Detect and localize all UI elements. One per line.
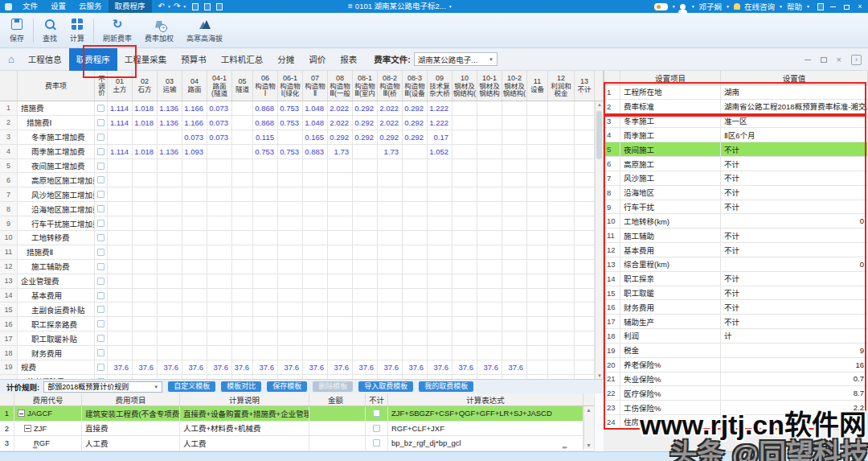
expense-table-row[interactable]: 3RGF人工费人工费bp_bz_rgf_dj*bp_gcl	[0, 436, 604, 451]
fee-value-cell[interactable]	[278, 159, 303, 173]
fee-value-cell[interactable]	[108, 303, 133, 316]
fee-value-cell[interactable]	[207, 145, 232, 158]
fee-value-cell[interactable]	[133, 173, 158, 187]
fee-column-header-12[interactable]: 12利润和 税金	[548, 71, 575, 101]
fee-value-cell[interactable]	[575, 145, 595, 158]
fee-table-row[interactable]: 9行车干扰施工增加费	[0, 216, 603, 231]
fee-column-header-03[interactable]: 03运输	[158, 71, 182, 101]
fee-value-cell[interactable]: 2.022	[378, 101, 403, 115]
fee-value-cell[interactable]	[328, 231, 353, 245]
mountain-button[interactable]: 高寒高海拔	[180, 16, 229, 45]
fee-value-cell[interactable]	[253, 331, 278, 345]
fee-value-cell[interactable]: 37.6	[452, 360, 477, 374]
fee-value-cell[interactable]	[502, 303, 527, 316]
fee-column-header-06-1[interactable]: 06-1构造物 Ⅰ(绿化	[278, 71, 303, 101]
online-service-dropdown-icon[interactable]: ▼	[779, 4, 783, 9]
fee-value-cell[interactable]	[477, 317, 502, 331]
fee-row-name[interactable]: 工地转移费	[18, 231, 95, 245]
setting-row[interactable]: 7风沙施工不计	[604, 171, 868, 186]
setting-value[interactable]: 不计	[721, 157, 868, 171]
fee-column-header-01[interactable]: 01土方	[108, 71, 133, 101]
fee-value-cell[interactable]	[278, 231, 303, 245]
fee-value-cell[interactable]	[108, 331, 133, 345]
setting-row[interactable]: 6高原施工不计	[604, 157, 868, 171]
setting-row[interactable]: 14职工探亲不计	[604, 272, 868, 286]
collapse-icon[interactable]	[24, 425, 31, 432]
adjust-checkbox[interactable]	[97, 263, 104, 270]
tab-3[interactable]: 预算书	[174, 48, 214, 71]
fee-value-cell[interactable]: 0.073	[182, 130, 207, 144]
fee-value-cell[interactable]	[158, 130, 182, 144]
fee-value-cell[interactable]	[133, 159, 158, 173]
fee-value-cell[interactable]	[278, 187, 303, 201]
fee-value-cell[interactable]: 1.114	[108, 101, 133, 115]
rate-file-select[interactable]: 湖南某公路电子... ▼	[414, 52, 497, 66]
fee-value-cell[interactable]	[253, 346, 278, 360]
undo-icon[interactable]: ↶	[158, 0, 165, 13]
adjust-checkbox[interactable]	[97, 191, 104, 198]
fee-value-cell[interactable]: 2.022	[378, 116, 403, 130]
fee-value-cell[interactable]	[158, 231, 182, 245]
fee-value-cell[interactable]	[253, 303, 278, 316]
user-icon[interactable]	[680, 4, 686, 10]
fee-value-cell[interactable]	[575, 187, 595, 201]
fee-value-cell[interactable]	[452, 289, 477, 303]
fee-value-cell[interactable]	[232, 303, 253, 316]
fee-value-cell[interactable]	[378, 159, 403, 173]
setting-row[interactable]: 24住房公积金%10	[604, 415, 868, 430]
fee-value-cell[interactable]	[328, 303, 353, 316]
fee-value-cell[interactable]	[502, 130, 527, 144]
fee-value-cell[interactable]: 1.166	[182, 116, 207, 130]
fee-value-cell[interactable]	[502, 145, 527, 158]
fee-value-cell[interactable]	[452, 331, 477, 345]
menu-item-2[interactable]: 云服务	[72, 0, 108, 13]
fee-value-cell[interactable]	[207, 173, 232, 187]
fee-value-cell[interactable]	[527, 274, 548, 288]
fee-value-cell[interactable]	[477, 101, 502, 115]
expense-calc-cell[interactable]: 人工费	[180, 436, 309, 451]
fee-value-cell[interactable]	[502, 173, 527, 187]
nocalc-checkbox[interactable]	[373, 425, 380, 432]
fee-table-row[interactable]: 15主副食运费补贴	[0, 303, 603, 317]
fee-value-cell[interactable]: 1.048	[303, 116, 328, 130]
fee-value-cell[interactable]	[108, 173, 133, 187]
fee-value-cell[interactable]	[502, 231, 527, 245]
fee-value-cell[interactable]	[575, 101, 595, 115]
fee-value-cell[interactable]	[182, 187, 207, 201]
fee-value-cell[interactable]	[378, 216, 403, 230]
fee-table-row[interactable]: 7风沙地区施工增加费	[0, 187, 603, 202]
fee-value-cell[interactable]: 0.073	[207, 130, 232, 144]
fee-value-cell[interactable]	[548, 130, 575, 144]
fee-value-cell[interactable]	[108, 231, 133, 245]
fee-value-cell[interactable]	[207, 245, 232, 259]
fee-value-cell[interactable]	[575, 289, 595, 303]
fee-row-name[interactable]: 沿海地区施工增加费	[18, 202, 95, 216]
setting-value[interactable]: 计	[721, 329, 868, 343]
fee-value-cell[interactable]	[548, 216, 575, 230]
fee-value-cell[interactable]	[548, 173, 575, 187]
scroll-up-icon[interactable]: ▲	[596, 102, 604, 107]
fee-value-cell[interactable]	[328, 331, 353, 345]
document-icon[interactable]	[204, 3, 211, 10]
fee-value-cell[interactable]: 0.753	[278, 145, 303, 158]
fee-value-cell[interactable]	[253, 159, 278, 173]
tab-2[interactable]: 工程量采集	[117, 48, 174, 71]
setting-value[interactable]: Ⅱ区6个月	[721, 128, 868, 142]
fee-column-header-08-1[interactable]: 08-1构造物 Ⅲ(室内	[353, 71, 378, 101]
fee-value-cell[interactable]	[403, 274, 428, 288]
minimize-button[interactable]	[828, 0, 837, 13]
fee-value-cell[interactable]: 0.753	[253, 145, 278, 158]
fee-value-cell[interactable]	[527, 346, 548, 360]
fee-value-cell[interactable]	[253, 260, 278, 274]
fee-value-cell[interactable]: 37.6	[328, 360, 353, 374]
fee-value-cell[interactable]	[232, 130, 253, 144]
fee-value-cell[interactable]	[548, 360, 575, 374]
fee-value-cell[interactable]	[428, 331, 452, 345]
tab-4[interactable]: 工料机汇总	[214, 48, 271, 71]
template-button-0[interactable]: 自定义模板	[168, 381, 215, 392]
fee-column-header-10-1[interactable]: 10-1钢材及 钢结构	[477, 71, 502, 101]
redo-dropdown-icon[interactable]: ▼	[182, 4, 186, 9]
fee-value-cell[interactable]	[303, 289, 328, 303]
fee-row-name[interactable]: 雨季施工增加费	[18, 145, 95, 158]
fee-column-header-10-2[interactable]: 10-2钢材及 钢结构(	[502, 71, 527, 101]
